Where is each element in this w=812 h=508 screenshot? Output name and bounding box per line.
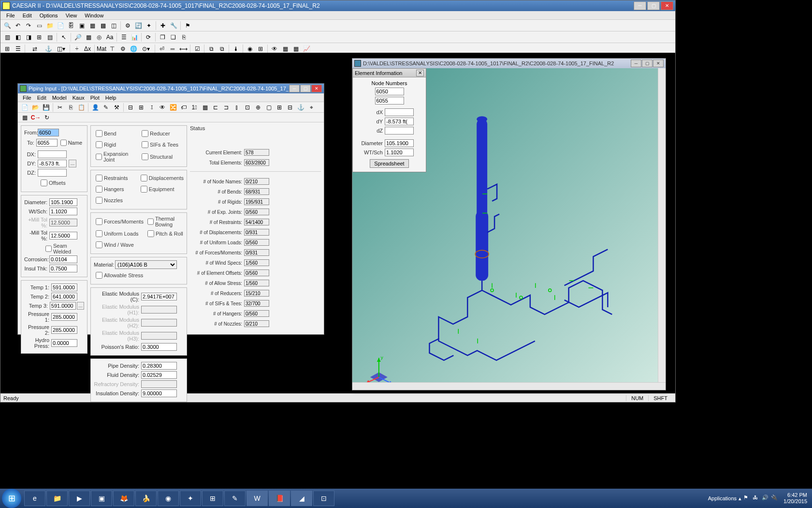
task-app7[interactable]: ⊡ bbox=[313, 491, 334, 506]
piping-titlebar[interactable]: Piping Input - [D:\VALDEL\STRESSANALYSIS… bbox=[18, 84, 324, 93]
task-app2[interactable]: 🍌 bbox=[135, 491, 157, 506]
fluid-d-input[interactable] bbox=[141, 371, 177, 379]
insul-input[interactable] bbox=[49, 265, 77, 272]
pt-b1-icon[interactable]: ⊟ bbox=[126, 103, 135, 112]
view3d-close[interactable]: ✕ bbox=[653, 60, 664, 67]
tb3-weld-icon[interactable]: ⟷ bbox=[178, 44, 188, 54]
name-checkbox[interactable] bbox=[60, 139, 67, 146]
pt-c5-icon[interactable]: ⊕ bbox=[253, 103, 263, 112]
tb3-gear2-icon[interactable]: ⚙ bbox=[118, 44, 128, 54]
tb3-arrows-icon[interactable]: ⇄ bbox=[27, 44, 43, 54]
pt-c7-icon[interactable]: ⊞ bbox=[275, 103, 284, 112]
tb-redo-icon[interactable]: ↷ bbox=[24, 21, 33, 30]
tb3-therm-icon[interactable]: 🌡 bbox=[231, 44, 241, 54]
pt-cut-icon[interactable]: ✂ bbox=[55, 103, 65, 112]
tb2-rotate-icon[interactable]: ⟳ bbox=[144, 32, 153, 42]
pt-c6-icon[interactable]: ▢ bbox=[264, 103, 274, 112]
pt2-tbl-icon[interactable]: ▦ bbox=[20, 113, 29, 122]
p2-input[interactable] bbox=[51, 326, 77, 334]
struct-cb[interactable] bbox=[142, 153, 148, 160]
pt-open-icon[interactable]: 📂 bbox=[30, 103, 40, 112]
tb3-text-icon[interactable]: ☰ bbox=[13, 44, 23, 54]
reducer-cb[interactable] bbox=[142, 130, 148, 137]
tb-cube2-icon[interactable]: ▦ bbox=[87, 21, 97, 30]
tray-flag-icon[interactable]: ⚑ bbox=[743, 494, 751, 502]
task-app4[interactable]: ✦ bbox=[180, 491, 201, 506]
tb2-win2-icon[interactable]: ◧ bbox=[13, 32, 23, 42]
tb3-break-icon[interactable]: ═ bbox=[168, 44, 177, 54]
tb-flag-icon[interactable]: ⚑ bbox=[183, 21, 192, 30]
menu-edit[interactable]: Edit bbox=[19, 13, 36, 18]
elem-info-titlebar[interactable]: Element Information ✕ bbox=[353, 69, 426, 77]
tb-file-icon[interactable]: 📄 bbox=[56, 21, 65, 30]
tb3-globe-icon[interactable]: 🌐 bbox=[129, 44, 138, 54]
task-media[interactable]: ▶ bbox=[69, 491, 90, 506]
tb3-box-icon[interactable]: ◫▾ bbox=[54, 44, 68, 54]
tb3-dd-icon[interactable]: ⊙▾ bbox=[139, 44, 153, 54]
thermal-cb[interactable] bbox=[147, 218, 154, 225]
pt-b2-icon[interactable]: ⊞ bbox=[136, 103, 146, 112]
tb3-tbl1-icon[interactable]: ▦ bbox=[280, 44, 290, 54]
wtsch-input[interactable] bbox=[49, 208, 77, 215]
tray-power-icon[interactable]: 🔌 bbox=[771, 494, 779, 502]
task-app5[interactable]: ⊞ bbox=[202, 491, 223, 506]
elem-info-close[interactable]: ✕ bbox=[416, 70, 424, 76]
tb3-enter-icon[interactable]: ⏎ bbox=[157, 44, 167, 54]
tb2-win4-icon[interactable]: ⊞ bbox=[34, 32, 44, 42]
tb-cube3-icon[interactable]: ▩ bbox=[98, 21, 108, 30]
tray-vol-icon[interactable]: 🔊 bbox=[762, 494, 769, 502]
from-input[interactable] bbox=[38, 129, 59, 136]
dx-input[interactable] bbox=[38, 150, 67, 158]
pt-c9-icon[interactable]: ⚓ bbox=[296, 103, 305, 112]
tb2-grid-icon[interactable]: ▦ bbox=[84, 32, 93, 42]
tb-db-icon[interactable]: 🗄 bbox=[66, 21, 76, 30]
tb-plus-icon[interactable]: ✚ bbox=[158, 21, 168, 30]
pt-c1-icon[interactable]: ⊏ bbox=[211, 103, 220, 112]
restraints-cb[interactable] bbox=[96, 175, 102, 181]
tb3-check-icon[interactable]: ☑ bbox=[192, 44, 202, 54]
pr-input[interactable] bbox=[141, 343, 177, 351]
ei-n1[interactable] bbox=[375, 88, 404, 95]
tb3-chart-icon[interactable]: 📈 bbox=[302, 44, 311, 54]
view3d-minimize[interactable]: ─ bbox=[631, 60, 641, 67]
tray-net-icon[interactable]: 🖧 bbox=[753, 494, 760, 502]
t2-input[interactable] bbox=[51, 293, 77, 300]
ei-diameter[interactable] bbox=[385, 139, 414, 147]
task-caesar[interactable]: ◢ bbox=[291, 491, 312, 506]
rigid-cb[interactable] bbox=[96, 141, 102, 148]
tb2-list-icon[interactable]: ☰ bbox=[119, 32, 129, 42]
pt-tree-icon[interactable]: 🔀 bbox=[168, 103, 178, 112]
ei-dz[interactable] bbox=[385, 127, 414, 134]
tb3-view2-icon[interactable]: ⊞ bbox=[256, 44, 265, 54]
tb3-del-icon[interactable]: Δx bbox=[83, 44, 92, 54]
forces-cb[interactable] bbox=[96, 218, 102, 225]
pt2-ref-icon[interactable]: ↻ bbox=[42, 113, 52, 122]
close-button[interactable]: ✕ bbox=[661, 1, 673, 10]
offsets-checkbox[interactable] bbox=[41, 179, 47, 186]
wind-cb[interactable] bbox=[96, 241, 102, 248]
tb2-win5-icon[interactable]: ▤ bbox=[45, 32, 55, 42]
tray-clock[interactable]: 6:42 PM 1/20/2015 bbox=[781, 492, 810, 505]
pt-a1-icon[interactable]: ✎ bbox=[101, 103, 111, 112]
pm-kaux[interactable]: Kaux bbox=[70, 95, 87, 101]
tb3-tbl2-icon[interactable]: ▦ bbox=[291, 44, 301, 54]
task-pdf[interactable]: 📕 bbox=[269, 491, 290, 506]
pt-find-icon[interactable]: 👁 bbox=[158, 103, 167, 112]
tb2-cursor-icon[interactable]: ↖ bbox=[59, 32, 69, 42]
pitch-cb[interactable] bbox=[147, 230, 154, 237]
pipe-d-input[interactable] bbox=[141, 362, 177, 370]
pt-b3-icon[interactable]: ⫱ bbox=[147, 103, 157, 112]
seam-checkbox[interactable] bbox=[45, 245, 52, 252]
pm-model[interactable]: Model bbox=[49, 95, 70, 101]
piping-maximize[interactable]: ▢ bbox=[300, 85, 311, 92]
t1-input[interactable] bbox=[51, 284, 77, 291]
task-app6[interactable]: ✎ bbox=[224, 491, 246, 506]
pt2-c-icon[interactable]: C→ bbox=[31, 113, 41, 122]
tray-chevron-icon[interactable]: ▴ bbox=[739, 495, 741, 502]
tb-undo-icon[interactable]: ↶ bbox=[13, 21, 23, 30]
tb2-text-icon[interactable]: Aa bbox=[105, 32, 115, 42]
tb-box-icon[interactable]: ▭ bbox=[34, 21, 44, 30]
to-input[interactable] bbox=[36, 139, 58, 147]
tb-gear-icon[interactable]: ⚙ bbox=[123, 21, 132, 30]
tb-tool-icon[interactable]: 🔧 bbox=[169, 21, 178, 30]
